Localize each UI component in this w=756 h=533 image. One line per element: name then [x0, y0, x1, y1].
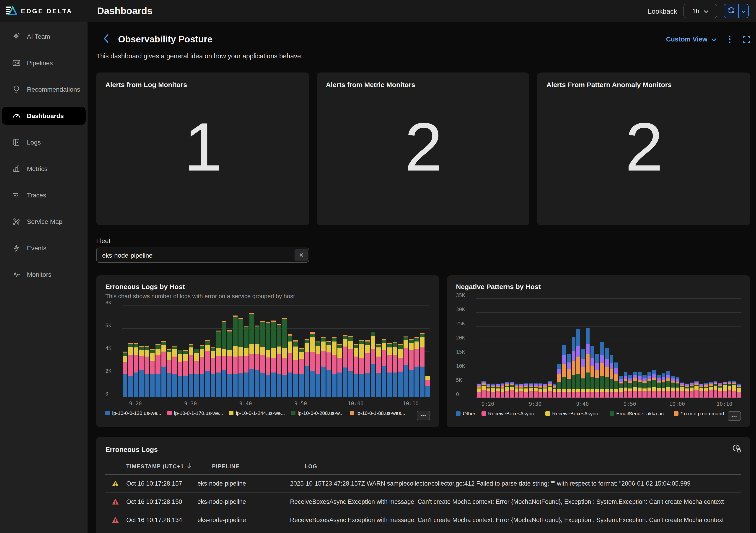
- table-row[interactable]: Oct 16 10:17:28.150 eks-node-pipeline Re…: [105, 493, 741, 511]
- stacked-bar[interactable]: [680, 382, 684, 398]
- fullscreen-icon[interactable]: [743, 36, 750, 42]
- stacked-bar[interactable]: [676, 377, 680, 398]
- stacked-bar[interactable]: [216, 330, 221, 397]
- stacked-bar[interactable]: [491, 385, 495, 398]
- stacked-bar[interactable]: [624, 372, 627, 398]
- refresh-options-button[interactable]: [739, 4, 748, 18]
- legend-item[interactable]: ip-10-0-1-244.us-we...: [229, 410, 285, 416]
- stacked-bar[interactable]: [277, 324, 281, 397]
- stacked-bar[interactable]: [315, 341, 320, 397]
- stacked-bar[interactable]: [150, 349, 155, 397]
- stacked-bar[interactable]: [409, 339, 414, 397]
- sidebar-item-ai-team[interactable]: AI Team: [2, 27, 86, 45]
- column-timestamp[interactable]: TIMESTAMP (UTC+1: [126, 463, 212, 469]
- stacked-bar[interactable]: [332, 337, 337, 397]
- stacked-bar[interactable]: [638, 372, 642, 398]
- stacked-bar[interactable]: [139, 346, 144, 397]
- stacked-bar[interactable]: [370, 332, 375, 397]
- custom-view-dropdown[interactable]: Custom View: [666, 36, 716, 43]
- stacked-bar[interactable]: [714, 381, 717, 398]
- stacked-bar[interactable]: [381, 339, 386, 397]
- sidebar-item-recommendations[interactable]: Recommendations: [2, 80, 86, 98]
- back-button[interactable]: [100, 33, 112, 45]
- stacked-bar[interactable]: [737, 385, 741, 398]
- stacked-bar[interactable]: [354, 344, 359, 397]
- stacked-bar[interactable]: [227, 330, 232, 397]
- column-log[interactable]: LOG: [305, 464, 741, 469]
- legend-item[interactable]: ip-10-0-0-208.us-w...: [291, 410, 344, 416]
- stacked-bar[interactable]: [156, 344, 160, 397]
- table-row[interactable]: Oct 16 10:17:28.134 eks-node-pipeline Re…: [105, 511, 741, 529]
- stacked-bar[interactable]: [567, 354, 571, 398]
- legend-more-button[interactable]: •••: [417, 411, 430, 420]
- stacked-bar[interactable]: [695, 381, 699, 398]
- clock-lock-icon[interactable]: [732, 444, 741, 455]
- stacked-bar[interactable]: [178, 350, 182, 397]
- stacked-bar[interactable]: [293, 340, 298, 397]
- brand-logo[interactable]: EDGE DELTA: [6, 4, 84, 17]
- stacked-bar[interactable]: [205, 340, 210, 397]
- stacked-bar[interactable]: [123, 353, 127, 397]
- stacked-bar[interactable]: [365, 340, 369, 397]
- stacked-bar[interactable]: [266, 322, 270, 397]
- stacked-bar[interactable]: [482, 381, 486, 398]
- legend-item[interactable]: Other: [456, 411, 475, 416]
- stacked-bar[interactable]: [690, 383, 694, 398]
- stacked-bar[interactable]: [553, 384, 556, 398]
- stacked-bar[interactable]: [161, 341, 166, 397]
- stacked-bar[interactable]: [515, 385, 519, 398]
- stacked-bar[interactable]: [392, 342, 397, 397]
- stacked-bar[interactable]: [387, 343, 392, 397]
- stacked-bar[interactable]: [260, 321, 265, 397]
- stacked-bar[interactable]: [145, 346, 149, 397]
- stacked-bar[interactable]: [327, 341, 331, 397]
- sidebar-item-traces[interactable]: Traces: [2, 186, 86, 204]
- stacked-bar[interactable]: [404, 336, 408, 397]
- stacked-bar[interactable]: [134, 343, 138, 397]
- stacked-bar[interactable]: [477, 384, 481, 398]
- stacked-bar[interactable]: [590, 346, 594, 398]
- stacked-bar[interactable]: [304, 339, 309, 397]
- stacked-bar[interactable]: [723, 382, 727, 398]
- stacked-bar[interactable]: [529, 384, 533, 398]
- sidebar-item-dashboards[interactable]: Dashboards: [2, 107, 86, 125]
- legend-item[interactable]: ip-10-0-1-170.us-we...: [167, 410, 223, 416]
- stacked-bar[interactable]: [652, 369, 656, 398]
- refresh-button[interactable]: [724, 4, 739, 18]
- stacked-bar[interactable]: [426, 376, 430, 397]
- stacked-bar[interactable]: [685, 384, 689, 398]
- lookback-select[interactable]: 1h: [684, 4, 717, 18]
- stacked-bar[interactable]: [619, 376, 623, 398]
- stacked-bar[interactable]: [699, 384, 703, 398]
- stacked-bar[interactable]: [271, 321, 276, 397]
- legend-item[interactable]: ip-10-0-1-88.us-wes...: [349, 410, 405, 416]
- stacked-bar[interactable]: [299, 348, 304, 397]
- legend-item[interactable]: ip-10-0-0-120.us-we...: [105, 410, 161, 416]
- stacked-bar[interactable]: [704, 383, 708, 398]
- stacked-bar[interactable]: [510, 382, 514, 398]
- column-pipeline[interactable]: PIPELINE: [212, 464, 305, 469]
- stacked-bar[interactable]: [128, 343, 133, 397]
- stacked-bar[interactable]: [398, 344, 403, 397]
- stacked-bar[interactable]: [572, 337, 576, 398]
- fleet-input[interactable]: eks-node-pipeline ✕: [96, 248, 309, 263]
- stacked-bar[interactable]: [283, 318, 287, 397]
- stacked-bar[interactable]: [600, 342, 604, 398]
- stacked-bar[interactable]: [718, 383, 722, 398]
- sidebar-item-service-map[interactable]: Service Map: [2, 212, 86, 231]
- kebab-menu-icon[interactable]: [728, 35, 731, 44]
- stacked-bar[interactable]: [376, 344, 381, 397]
- stacked-bar[interactable]: [288, 334, 292, 397]
- stacked-bar[interactable]: [501, 384, 504, 398]
- stacked-bar[interactable]: [255, 326, 259, 397]
- stacked-bar[interactable]: [233, 315, 237, 397]
- stacked-bar[interactable]: [348, 336, 353, 397]
- stacked-bar[interactable]: [420, 333, 424, 397]
- stacked-bar[interactable]: [415, 337, 419, 397]
- stacked-bar[interactable]: [614, 362, 618, 398]
- stacked-bar[interactable]: [167, 349, 171, 397]
- stacked-bar[interactable]: [321, 337, 326, 397]
- legend-item[interactable]: * o m d p command ...: [674, 411, 730, 416]
- stacked-bar[interactable]: [238, 318, 243, 397]
- sidebar-item-events[interactable]: Events: [2, 239, 86, 257]
